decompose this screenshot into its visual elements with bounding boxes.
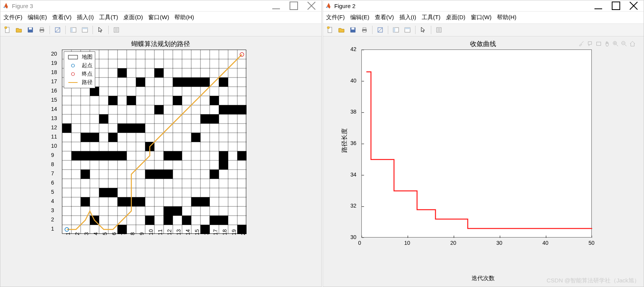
zoom-in-icon[interactable] (612, 40, 619, 48)
save-button[interactable] (25, 25, 36, 35)
legend[interactable]: 地图 起点 终点 路径 (64, 51, 95, 88)
minimize-button[interactable] (271, 2, 281, 10)
x-tick-label: 40 (543, 240, 549, 246)
minimize-button[interactable] (593, 2, 604, 10)
cursor-button[interactable] (418, 25, 429, 35)
watermark: CSDN @智能算法研学社（Jack旭） (546, 277, 640, 284)
figure-area: 蝴蝶算法规划的路径 地图 起点 终点 路径 123456789101112131… (0, 36, 321, 287)
panel-1-button[interactable] (68, 25, 79, 35)
link-button[interactable] (375, 25, 386, 35)
home-icon[interactable] (629, 40, 636, 48)
link-button[interactable] (52, 25, 63, 35)
y-tick-label: 8 (51, 161, 58, 167)
y-tick-label: 19 (51, 60, 58, 66)
legend-label: 起点 (82, 62, 93, 69)
svg-rect-136 (612, 2, 620, 10)
y-tick-label: 6 (51, 180, 58, 186)
legend-label: 地图 (82, 54, 93, 61)
menu-item[interactable]: 帮助(H) (174, 14, 194, 21)
brush-icon[interactable] (578, 40, 585, 48)
menu-item[interactable]: 桌面(D) (123, 14, 143, 21)
y-tick-label: 14 (51, 106, 58, 112)
menu-item[interactable]: 窗口(W) (148, 14, 169, 21)
print-button[interactable] (36, 25, 47, 35)
matlab-logo-icon (325, 2, 332, 9)
toolbar-separator (372, 26, 372, 34)
menu-item[interactable]: 编辑(E) (350, 14, 369, 21)
pan-icon[interactable] (604, 40, 611, 48)
close-button[interactable] (628, 2, 639, 10)
x-tick-label: 50 (589, 240, 595, 246)
save-button[interactable] (348, 25, 358, 35)
menubar: 文件(F)编辑(E)查看(V)插入(I)工具(T)桌面(D)窗口(W)帮助(H) (323, 12, 644, 24)
y-tick-label: 4 (51, 198, 58, 204)
datatip-icon[interactable] (587, 40, 594, 48)
svg-rect-156 (597, 42, 601, 46)
axes[interactable]: 地图 起点 终点 路径 (62, 49, 246, 234)
new-file-button[interactable] (324, 25, 335, 35)
open-button[interactable] (336, 25, 347, 35)
cursor-button[interactable] (95, 25, 106, 35)
open-button[interactable] (13, 25, 24, 35)
svg-rect-16 (82, 28, 88, 29)
panel-2-button[interactable] (79, 25, 90, 35)
menu-item[interactable]: 窗口(W) (471, 14, 492, 21)
axes[interactable] (361, 49, 592, 238)
x-tick-label: 10 (404, 240, 411, 246)
y-tick-label: 16 (51, 87, 58, 94)
svg-rect-7 (29, 28, 32, 30)
panel-2-button[interactable] (402, 25, 413, 35)
maximize-button[interactable] (611, 2, 621, 10)
svg-rect-142 (351, 28, 354, 30)
y-tick-label: 2 (51, 216, 58, 223)
menu-item[interactable]: 帮助(H) (497, 14, 517, 21)
titlebar[interactable]: Figure 3 (0, 0, 321, 12)
toolbar-separator (93, 26, 93, 34)
close-button[interactable] (306, 2, 317, 10)
svg-line-12 (55, 28, 60, 32)
menu-item[interactable]: 文件(F) (326, 14, 345, 21)
figure-area: 收敛曲线 路径长度 迭代次数 30323436384042 0102030405… (323, 36, 644, 287)
panel-1-button[interactable] (391, 25, 401, 35)
toolbar-separator (65, 26, 66, 34)
menu-item[interactable]: 文件(F) (3, 14, 22, 21)
y-tick-label: 9 (51, 152, 58, 158)
y-tick-label: 36 (351, 140, 357, 146)
figure-window-2: Figure 2 文件(F)编辑(E)查看(V)插入(I)工具(T)桌面(D)窗… (323, 0, 644, 287)
menu-item[interactable]: 工具(T) (422, 14, 440, 21)
svg-point-140 (327, 26, 329, 29)
new-file-button[interactable] (2, 25, 13, 35)
maximize-button[interactable] (288, 2, 299, 10)
axes-title: 蝴蝶算法规划的路径 (0, 40, 321, 48)
figure-window-3: Figure 3 文件(F)编辑(E)查看(V)插入(I)工具(T)桌面(D)窗… (0, 0, 322, 287)
menu-item[interactable]: 插入(I) (77, 14, 94, 21)
svg-line-158 (616, 45, 618, 46)
y-tick-label: 7 (51, 170, 58, 176)
x-tick-label: 30 (497, 240, 503, 246)
matlab-logo-icon (3, 2, 10, 9)
menu-item[interactable]: 编辑(E) (28, 14, 47, 21)
svg-rect-9 (40, 28, 43, 29)
menu-item[interactable]: 插入(I) (399, 14, 416, 21)
axes-toolbar (578, 40, 636, 48)
svg-point-133 (71, 73, 74, 76)
toolbar-separator (415, 26, 416, 34)
titlebar[interactable]: Figure 2 (323, 0, 644, 12)
svg-rect-145 (363, 31, 366, 32)
list-button[interactable] (434, 25, 444, 35)
y-tick-label: 32 (351, 203, 357, 209)
legend-label: 路径 (82, 79, 93, 86)
menu-item[interactable]: 桌面(D) (446, 14, 465, 21)
rotate-icon[interactable] (595, 40, 602, 48)
menubar: 文件(F)编辑(E)查看(V)插入(I)工具(T)桌面(D)窗口(W)帮助(H) (0, 12, 321, 24)
zoom-out-icon[interactable] (621, 40, 627, 48)
menu-item[interactable]: 查看(V) (52, 14, 71, 21)
list-button[interactable] (111, 25, 122, 35)
menu-item[interactable]: 工具(T) (99, 14, 118, 21)
print-button[interactable] (359, 25, 370, 35)
y-tick-label: 42 (351, 46, 357, 52)
y-tick-label: 5 (51, 189, 58, 195)
legend-label: 终点 (82, 71, 93, 78)
menu-item[interactable]: 查看(V) (375, 14, 394, 21)
y-tick-label: 10 (51, 143, 58, 149)
